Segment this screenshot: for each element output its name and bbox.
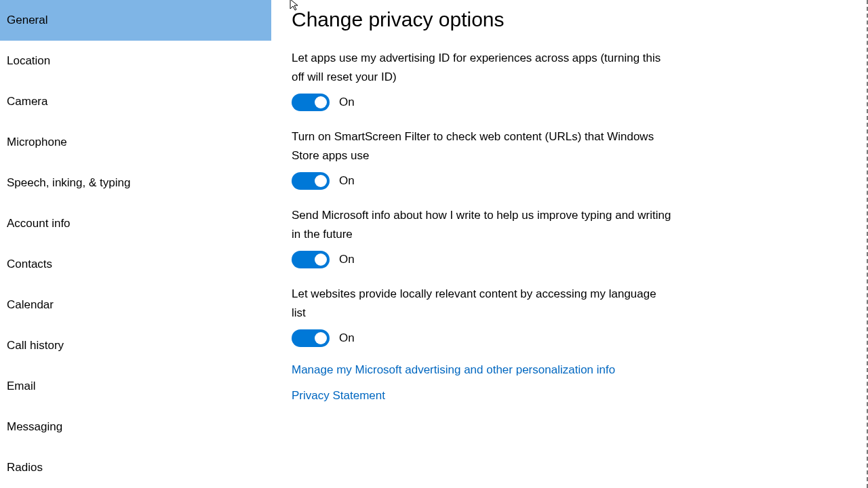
toggle-state: On [339,96,355,109]
sidebar-item-label: Microphone [7,136,67,149]
sidebar-item-label: Camera [7,95,47,108]
toggle-knob [315,253,327,266]
sidebar: General Location Camera Microphone Speec… [0,0,271,488]
toggle-switch[interactable] [292,329,330,347]
sidebar-item-location[interactable]: Location [0,41,271,81]
sidebar-item-label: Email [7,380,36,393]
main-content: Change privacy options Let apps use my a… [271,0,868,488]
sidebar-item-label: Speech, inking, & typing [7,176,130,190]
sidebar-item-radios[interactable]: Radios [0,447,271,488]
option-send-info: Send Microsoft info about how I write to… [292,206,671,268]
sidebar-item-label: Contacts [7,258,52,271]
sidebar-item-speech[interactable]: Speech, inking, & typing [0,163,271,203]
option-description: Let websites provide locally relevant co… [292,285,671,323]
toggle-row: On [292,172,671,190]
toggle-state: On [339,331,355,345]
option-description: Turn on SmartScreen Filter to check web … [292,127,671,165]
toggle-row: On [292,251,671,268]
sidebar-item-general[interactable]: General [0,0,271,41]
sidebar-item-label: Call history [7,339,64,352]
sidebar-item-contacts[interactable]: Contacts [0,244,271,285]
sidebar-item-label: Account info [7,217,71,230]
sidebar-item-messaging[interactable]: Messaging [0,407,271,447]
toggle-row: On [292,329,671,347]
sidebar-item-camera[interactable]: Camera [0,81,271,122]
option-language-list: Let websites provide locally relevant co… [292,285,671,347]
sidebar-item-calendar[interactable]: Calendar [0,285,271,325]
option-description: Send Microsoft info about how I write to… [292,206,671,244]
settings-window: General Location Camera Microphone Speec… [0,0,868,488]
sidebar-item-account-info[interactable]: Account info [0,203,271,244]
toggle-state: On [339,253,355,266]
toggle-switch[interactable] [292,172,330,190]
sidebar-item-label: Calendar [7,298,54,312]
sidebar-item-label: Messaging [7,420,62,434]
toggle-state: On [339,174,355,188]
toggle-knob [315,175,327,187]
link-privacy-statement[interactable]: Privacy Statement [292,389,846,403]
sidebar-item-call-history[interactable]: Call history [0,325,271,366]
option-smartscreen: Turn on SmartScreen Filter to check web … [292,127,671,190]
sidebar-item-email[interactable]: Email [0,366,271,407]
sidebar-item-microphone[interactable]: Microphone [0,122,271,163]
sidebar-item-label: Radios [7,461,43,474]
option-advertising-id: Let apps use my advertising ID for exper… [292,49,671,111]
toggle-switch[interactable] [292,251,330,268]
sidebar-item-label: Location [7,54,50,68]
toggle-knob [315,332,327,344]
option-description: Let apps use my advertising ID for exper… [292,49,671,87]
page-title: Change privacy options [292,8,846,31]
sidebar-item-label: General [7,14,47,27]
toggle-switch[interactable] [292,94,330,111]
link-manage-advertising[interactable]: Manage my Microsoft advertising and othe… [292,363,846,377]
toggle-knob [315,96,327,108]
toggle-row: On [292,94,671,111]
